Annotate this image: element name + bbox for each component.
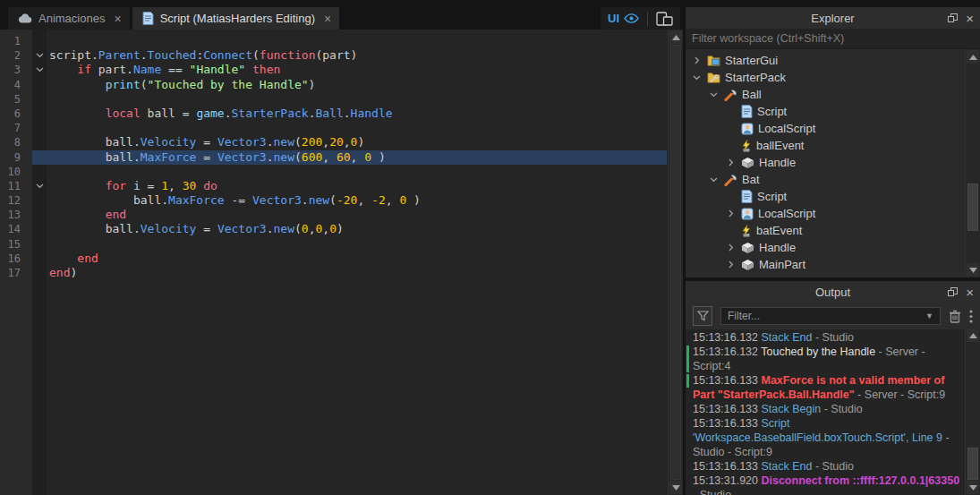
tree-item-handle[interactable]: Handle [686,154,965,171]
output-panel: Output × Filter... ▼ 15:13:16.132 Stack … [686,281,980,495]
tree-item-startergui[interactable]: StarterGui [686,52,965,69]
code-line-3[interactable]: 3 if part.Name == "Handle" then [0,63,667,77]
fold-margin [32,237,47,252]
tree-item-ballevent[interactable]: ballEvent [686,137,965,154]
tree-item-localscript[interactable]: LocalScript [686,205,965,222]
document-tab-2[interactable]: Script (MatiasHarders Editing)× [132,7,340,30]
scrollbar-thumb[interactable] [670,45,681,480]
tree-item-label: Script [757,190,787,203]
line-number: 17 [0,266,32,280]
scroll-down-arrow-icon[interactable] [669,481,682,494]
code-line-12[interactable]: 12 ball.MaxForce -= Vector3.new(-20, -2,… [0,193,667,208]
tree-item-label: StarterPack [725,71,786,84]
code-line-6[interactable]: 6 local ball = game.StarterPack.Ball.Han… [0,107,667,121]
code-line-8[interactable]: 8 ball.Velocity = Vector3.new(200,20,0) [0,135,667,149]
code-line-14[interactable]: 14 ball.Velocity = Vector3.new(0,0,0) [0,222,667,236]
tree-item-handle[interactable]: Handle [686,239,965,256]
code-text [47,165,667,179]
code-line-9[interactable]: 9 ball.MaxForce = Vector3.new(600, 60, 0… [0,150,667,165]
scroll-down-arrow-icon[interactable] [967,481,979,494]
code-line-4[interactable]: 4 print("Touched by the Handle") [0,78,667,92]
kebab-menu-icon[interactable] [969,310,973,323]
line-number: 10 [0,165,32,179]
output-entry-1: 15:13:16.132 Stack End - Studio [686,330,965,345]
explorer-filter-input[interactable]: Filter workspace (Ctrl+Shift+X) [686,29,980,49]
code-line-11[interactable]: 11 for i = 1, 30 do [0,179,667,193]
line-number: 12 [0,193,32,208]
chevron-down-icon[interactable] [708,177,720,183]
fold-chevron-down-icon[interactable] [32,179,47,193]
chevron-down-icon[interactable] [708,92,720,98]
editor-scrollbar[interactable] [668,30,683,495]
filter-funnel-button[interactable] [693,306,712,326]
code-line-7[interactable]: 7 [0,121,667,135]
script-icon [741,105,753,118]
float-panel-icon[interactable] [948,13,958,23]
code-line-15[interactable]: 15 [0,237,667,252]
close-tab-icon[interactable]: × [324,13,331,25]
explorer-title: Explorer [811,12,854,25]
line-number: 9 [0,150,32,165]
tree-item-bat[interactable]: Bat [686,171,965,188]
explorer-scrollbar[interactable] [965,49,980,277]
line-number: 8 [0,135,32,149]
output-scrollbar[interactable] [965,328,980,495]
code-line-16[interactable]: 16 end [0,252,667,266]
output-filter-dropdown[interactable]: Filter... ▼ [720,307,941,325]
scroll-up-arrow-icon[interactable] [669,30,682,44]
scrollbar-thumb[interactable] [967,183,978,231]
chevron-right-icon[interactable] [691,56,703,64]
chevron-right-icon[interactable] [725,209,737,218]
code-line-17[interactable]: 17end) [0,266,667,280]
output-entry-7: 15:13:31.920 Disconnect from ::ffff:127.… [686,474,965,495]
code-line-1[interactable]: 1 [0,34,667,48]
chevron-right-icon[interactable] [725,243,737,252]
explorer-filter-placeholder: Filter workspace (Ctrl+Shift+X) [692,32,844,45]
float-panel-icon[interactable] [948,287,958,297]
ui-visibility-button[interactable]: UI [608,12,639,25]
tree-item-script[interactable]: Script [686,188,965,205]
line-number: 15 [0,237,32,252]
tree-item-ball[interactable]: Ball [686,86,965,103]
tree-item-script[interactable]: Script [686,103,965,120]
tree-item-localscript[interactable]: LocalScript [686,120,965,137]
fold-margin [32,222,47,236]
code-text [47,121,667,135]
fold-margin [32,193,47,208]
document-tab-1[interactable]: Animaciones× [8,7,130,30]
line-number: 3 [0,63,32,77]
code-line-2[interactable]: 2script.Parent.Touched:Connect(function(… [0,48,667,63]
device-emulation-icon[interactable] [656,12,673,26]
line-number: 11 [0,179,32,193]
tree-item-batevent[interactable]: batEvent [686,222,965,239]
script-editor[interactable]: 12script.Parent.Touched:Connect(function… [0,30,683,495]
chevron-right-icon[interactable] [725,158,737,166]
document-tabbar: Animaciones×Script (MatiasHarders Editin… [0,0,683,30]
code-line-5[interactable]: 5 [0,92,667,107]
tree-item-label: Handle [759,241,796,254]
clear-output-trash-icon[interactable] [949,310,961,323]
close-panel-icon[interactable]: × [966,12,974,25]
code-line-10[interactable]: 10 [0,165,667,179]
tree-item-mainpart[interactable]: MainPart [686,256,965,273]
tree-item-label: batEvent [756,224,802,237]
close-tab-icon[interactable]: × [114,13,121,25]
tree-item-starterpack[interactable]: StarterPack [686,69,965,86]
part-icon [741,157,754,169]
explorer-tree: StarterGuiStarterPackBallScriptLocalScri… [686,49,965,277]
code-text: if part.Name == "Handle" then [47,63,667,77]
line-number: 7 [0,121,32,135]
chevron-right-icon[interactable] [725,260,737,269]
scroll-up-arrow-icon[interactable] [967,50,979,64]
code-text: for i = 1, 30 do [47,179,667,193]
scrollbar-thumb[interactable] [967,448,978,480]
explorer-panel: Explorer × Filter workspace (Ctrl+Shift+… [686,7,980,277]
scroll-up-arrow-icon[interactable] [967,329,979,342]
fold-chevron-down-icon[interactable] [32,48,47,63]
close-panel-icon[interactable]: × [966,286,974,299]
scroll-down-arrow-icon[interactable] [967,263,979,277]
chevron-down-icon[interactable] [691,75,703,81]
code-text: ball.MaxForce = Vector3.new(600, 60, 0 ) [47,150,667,165]
fold-chevron-down-icon[interactable] [32,63,47,77]
code-line-13[interactable]: 13 end [0,208,667,222]
